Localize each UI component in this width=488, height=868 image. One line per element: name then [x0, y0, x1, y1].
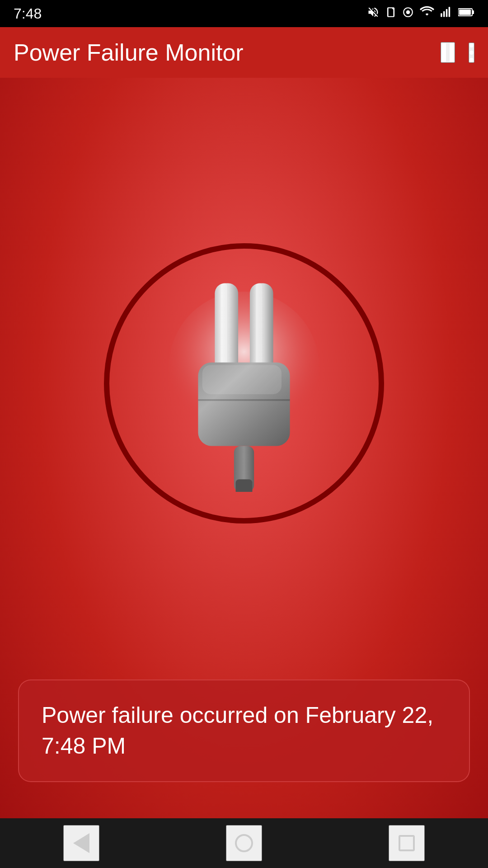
- wifi-icon: [419, 6, 435, 21]
- mute-icon: [367, 6, 380, 21]
- home-icon: [235, 834, 253, 852]
- svg-rect-4: [446, 9, 448, 17]
- svg-rect-2: [441, 13, 442, 17]
- status-icons: [367, 6, 474, 21]
- more-options-icon: [469, 43, 474, 62]
- pause-icon: [441, 43, 454, 62]
- svg-rect-11: [221, 283, 227, 375]
- status-time: 7:48: [14, 5, 42, 22]
- plug-icon-wrapper: [104, 243, 384, 524]
- signal-icon: [440, 6, 453, 21]
- svg-rect-7: [472, 10, 474, 14]
- svg-point-1: [407, 11, 410, 14]
- svg-rect-8: [459, 9, 471, 15]
- status-message-text: Power failure occurred on February 22, 7…: [42, 703, 433, 759]
- svg-rect-5: [449, 7, 450, 17]
- plug-icon: [158, 275, 330, 492]
- app-bar: Power Failure Monitor: [0, 27, 488, 78]
- status-bar: 7:48: [0, 0, 488, 27]
- svg-rect-15: [202, 365, 282, 394]
- circle-badge-icon: [402, 6, 414, 21]
- battery-icon: [458, 6, 474, 21]
- back-icon: [73, 833, 89, 853]
- nav-back-button[interactable]: [63, 825, 99, 861]
- more-options-button[interactable]: [469, 42, 474, 63]
- svg-rect-18: [236, 479, 253, 492]
- main-content: Power failure occurred on February 22, 7…: [0, 78, 488, 818]
- plug-container: [18, 105, 470, 661]
- svg-rect-13: [256, 283, 263, 375]
- nav-bar: [0, 818, 488, 868]
- nav-recents-button[interactable]: [389, 825, 425, 861]
- recents-icon: [399, 835, 415, 851]
- pause-button[interactable]: [441, 42, 455, 63]
- nav-home-button[interactable]: [226, 825, 262, 861]
- app-bar-actions: [441, 42, 474, 63]
- svg-rect-3: [443, 11, 445, 17]
- status-message-box: Power failure occurred on February 22, 7…: [18, 679, 470, 782]
- sim-icon: [385, 6, 397, 21]
- app-title: Power Failure Monitor: [14, 39, 441, 66]
